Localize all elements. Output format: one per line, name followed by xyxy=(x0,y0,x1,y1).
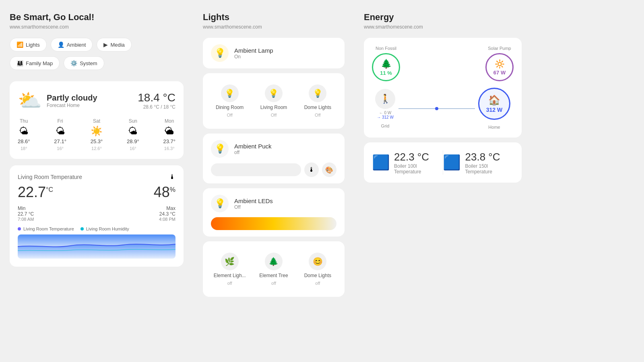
left-header: Be Smart, Go Local! www.smarthomescene.c… xyxy=(10,12,184,38)
media-icon: ▶ xyxy=(103,41,108,48)
solar-circle: 🔆 67 W xyxy=(485,53,514,81)
boiler-150-item: 🟦 23.8 °C Boiler 150l Temperature xyxy=(443,151,514,175)
boiler-100-info: 22.3 °C Boiler 100l Temperature xyxy=(394,151,443,175)
humidity-legend: Living Room Humidity xyxy=(80,226,129,231)
thu-high: 28.6° xyxy=(18,138,30,144)
temp-card-header: Living Room Temperature 🌡 xyxy=(18,173,175,181)
ambient-leds-card[interactable]: 💡 Ambient LEDs Off xyxy=(203,188,345,237)
temp-legend-dot xyxy=(18,227,21,230)
led-header: 💡 Ambient LEDs Off xyxy=(211,195,336,212)
element-tree-status: off xyxy=(271,281,276,286)
sat-high: 25.3° xyxy=(91,138,103,144)
nav-ambient-label: Ambient xyxy=(67,42,86,48)
living-room-status: Off xyxy=(271,113,277,117)
dome-lights-2-status: off xyxy=(315,281,320,286)
dome-lights-1-item[interactable]: 💡 Dome Lights Off xyxy=(297,80,338,122)
max-block: Max 24.3 °C 4:08 PM xyxy=(159,206,175,222)
fri-high: 27.1° xyxy=(54,138,66,144)
humidity-legend-dot xyxy=(80,227,84,230)
forecast-mon: Mon 🌥 23.7° 16.3° xyxy=(163,118,175,151)
nav-ambient[interactable]: 👤 Ambient xyxy=(51,38,93,51)
left-panel: Be Smart, Go Local! www.smarthomescene.c… xyxy=(0,0,193,362)
home-circle: 🏠 312 W xyxy=(478,88,510,120)
day-sat: Sat xyxy=(93,118,100,124)
temp-legend: Living Room Temperature xyxy=(18,226,74,231)
puck-header: 💡 Ambient Puck off xyxy=(211,140,336,158)
nav-lights[interactable]: 📶 Lights xyxy=(10,38,47,51)
fri-icon: 🌤 xyxy=(56,125,65,137)
puck-info: Ambient Puck off xyxy=(234,143,272,155)
element-tree-item[interactable]: 🌲 Element Tree off xyxy=(253,248,294,290)
min-max-row: Min 22.7 °C 7:08 AM Max 24.3 °C 4:08 PM xyxy=(18,206,175,222)
led-icon: 💡 xyxy=(211,195,229,212)
puck-color-btn[interactable]: 🎨 xyxy=(322,162,336,177)
grid-out: → 312 W xyxy=(377,115,394,119)
temp-card: Living Room Temperature 🌡 22.7°C 48% Min… xyxy=(10,165,184,267)
nav-row-2: 👨‍👩‍👧 Family Map ⚙️ System xyxy=(10,56,184,70)
sun-low: 16° xyxy=(130,146,136,151)
line-dot xyxy=(435,107,438,110)
element-light-icon: 🌿 xyxy=(221,253,239,270)
nav-family-map[interactable]: 👨‍👩‍👧 Family Map xyxy=(10,56,60,70)
living-room-item[interactable]: 💡 Living Room Off xyxy=(253,80,294,122)
weather-main: ⛅ Partly cloudy Forecast Home 18.4 °C 28… xyxy=(18,89,175,112)
nav-media-label: Media xyxy=(110,42,124,48)
grid-label: Grid xyxy=(381,123,390,128)
dome-lights-2-item[interactable]: 😊 Dome Lights off xyxy=(297,248,338,290)
weather-icon-wrap: ⛅ Partly cloudy Forecast Home xyxy=(18,89,97,112)
grid-node: 🚶 ← 0 W → 312 W Grid xyxy=(375,89,395,128)
mon-high: 23.7° xyxy=(163,138,175,144)
solar-pump-node: Solar Pump 🔆 67 W xyxy=(485,46,514,81)
element-light-name: Element Ligh... xyxy=(214,273,246,278)
boiler-100-item: 🟦 22.3 °C Boiler 100l Temperature xyxy=(372,151,443,175)
ambient-lamp-card[interactable]: 💡 Ambient Lamp On xyxy=(203,38,345,68)
dining-room-name: Dining Room xyxy=(216,105,244,110)
grid-person: 🚶 ← 0 W → 312 W xyxy=(375,89,395,119)
middle-header: Lights www.smarthomescene.com xyxy=(203,12,345,38)
forecast-fri: Fri 🌤 27.1° 16° xyxy=(54,118,66,151)
forecast-sat: Sat ☀️ 25.3° 12.6° xyxy=(91,118,103,151)
led-name: Ambient LEDs xyxy=(234,197,273,204)
element-light-item[interactable]: 🌿 Element Ligh... off xyxy=(209,248,250,290)
dome-lights-1-status: Off xyxy=(315,113,320,117)
nav-system-label: System xyxy=(80,60,97,66)
middle-title: Lights xyxy=(203,12,345,23)
min-block: Min 22.7 °C 7:08 AM xyxy=(18,206,34,222)
forecast-thu: Thu 🌤 28.6° 18° xyxy=(18,118,30,151)
right-panel: Energy www.smarthomescene.com Non Fossil… xyxy=(354,0,531,362)
dining-room-icon: 💡 xyxy=(221,84,239,102)
humidity-legend-label: Living Room Humidity xyxy=(86,226,129,231)
boiler-150-info: 23.8 °C Boiler 150l Temperature xyxy=(465,151,514,175)
max-temp: 24.3 °C xyxy=(159,211,175,217)
middle-panel: Lights www.smarthomescene.com 💡 Ambient … xyxy=(193,0,354,362)
dome-lights-2-icon: 😊 xyxy=(309,253,326,270)
boiler-100-icon: 🟦 xyxy=(372,154,390,171)
left-title: Be Smart, Go Local! xyxy=(10,12,184,23)
grid-flow: ← 0 W → 312 W xyxy=(377,111,394,119)
nav-system[interactable]: ⚙️ System xyxy=(64,56,104,70)
person-icon: 🚶 xyxy=(375,89,395,109)
ambient-lamp-row: 💡 Ambient Lamp On xyxy=(211,44,336,62)
dining-room-status: Off xyxy=(227,113,232,117)
light-grid-2: 🌿 Element Ligh... off 🌲 Element Tree off… xyxy=(203,241,345,297)
nav-family-label: Family Map xyxy=(26,60,53,66)
sun-icon: 🌤 xyxy=(128,125,138,137)
light-grid-1: 💡 Dining Room Off 💡 Living Room Off 💡 Do… xyxy=(203,73,345,129)
non-fossil-label: Non Fossil xyxy=(376,46,396,51)
home-node: 🏠 312 W Home xyxy=(478,88,510,130)
home-icon: 🏠 xyxy=(488,95,500,106)
dining-room-item[interactable]: 💡 Dining Room Off xyxy=(209,80,250,122)
thu-low: 18° xyxy=(21,146,27,151)
puck-slider[interactable] xyxy=(211,163,301,176)
boiler-150-temp: 23.8 °C xyxy=(465,151,514,163)
nav-media[interactable]: ▶ Media xyxy=(97,38,131,51)
system-icon: ⚙️ xyxy=(70,60,77,66)
led-bar[interactable] xyxy=(211,217,336,230)
boiler-150-label: Boiler 150l Temperature xyxy=(465,163,514,175)
weather-temp: 18.4 °C 28.6 °C / 18 °C xyxy=(138,91,175,110)
energy-line xyxy=(398,108,475,109)
home-label: Home xyxy=(488,125,500,130)
ambient-puck-card[interactable]: 💡 Ambient Puck off 🌡 🎨 xyxy=(203,134,345,183)
puck-temp-btn[interactable]: 🌡 xyxy=(304,162,319,177)
puck-icon: 💡 xyxy=(211,140,229,158)
